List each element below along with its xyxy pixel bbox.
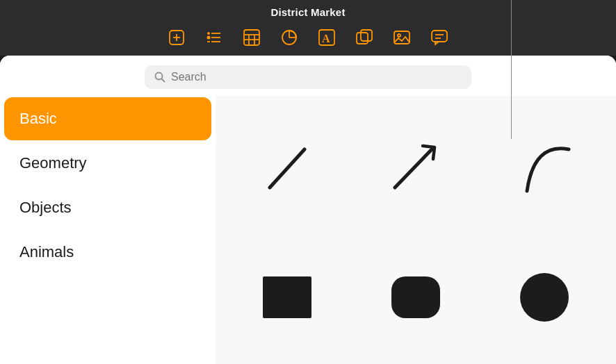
- svg-point-27: [156, 73, 163, 80]
- comment-icon[interactable]: [427, 25, 452, 50]
- top-bar: District Market: [0, 0, 616, 56]
- svg-rect-31: [263, 276, 311, 318]
- svg-rect-10: [244, 30, 259, 45]
- shape-rectangle[interactable]: [229, 237, 344, 350]
- svg-point-33: [520, 273, 569, 322]
- svg-line-29: [270, 149, 305, 188]
- chart-icon[interactable]: [277, 25, 302, 50]
- add-icon[interactable]: [164, 25, 189, 50]
- shape-curved-line[interactable]: [487, 110, 602, 223]
- search-bar[interactable]: [145, 65, 471, 89]
- shape-circle[interactable]: [487, 237, 602, 350]
- content-area: Basic Geometry Objects Animals: [0, 96, 616, 364]
- sidebar-item-objects[interactable]: Objects: [4, 186, 211, 229]
- main-panel: Basic Geometry Objects Animals: [0, 56, 616, 364]
- svg-line-30: [395, 148, 433, 188]
- right-line: [511, 0, 512, 139]
- table-icon[interactable]: [239, 25, 264, 50]
- search-area: [0, 56, 616, 96]
- shape-arrow-line[interactable]: [358, 110, 473, 223]
- shape-rounded-rectangle[interactable]: [358, 237, 473, 350]
- search-input[interactable]: [171, 71, 462, 83]
- shape-diagonal-line[interactable]: [229, 110, 344, 223]
- shapes-icon[interactable]: [352, 25, 377, 50]
- app-title: District Market: [270, 6, 345, 18]
- svg-rect-22: [394, 31, 410, 44]
- svg-rect-24: [432, 31, 447, 42]
- svg-line-28: [162, 79, 165, 83]
- list-add-icon[interactable]: [202, 25, 227, 50]
- image-icon[interactable]: [389, 25, 414, 50]
- sidebar-item-animals[interactable]: Animals: [4, 231, 211, 274]
- sidebar-item-basic[interactable]: Basic: [4, 97, 211, 140]
- svg-point-23: [398, 34, 400, 37]
- toolbar: A: [164, 25, 452, 50]
- svg-text:A: A: [322, 33, 330, 44]
- shapes-area: [216, 96, 616, 364]
- svg-rect-20: [357, 33, 368, 44]
- svg-rect-32: [391, 276, 440, 318]
- sidebar-item-geometry[interactable]: Geometry: [4, 142, 211, 185]
- text-icon[interactable]: A: [314, 25, 339, 50]
- svg-point-6: [207, 35, 211, 39]
- svg-rect-21: [361, 30, 372, 41]
- search-icon: [154, 72, 165, 83]
- sidebar: Basic Geometry Objects Animals: [0, 96, 216, 364]
